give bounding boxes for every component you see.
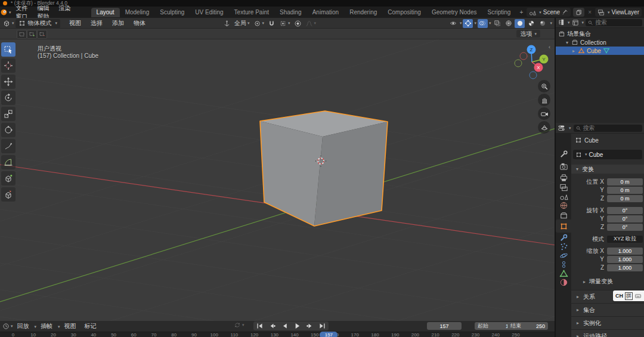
mode-dropdown[interactable]: 物体模式▾ [16, 19, 61, 28]
viewport-menu-1[interactable]: 选择 [86, 19, 107, 27]
workspace-tab-sculpting[interactable]: Sculpting [154, 8, 190, 17]
toggle-ortho-button[interactable] [538, 121, 550, 134]
breadcrumb-object-name[interactable]: Cube [584, 137, 599, 144]
shading-solid-button[interactable] [515, 19, 525, 28]
outliner-search-input[interactable]: 搜索 [586, 19, 642, 26]
workspace-tab-modeling[interactable]: Modeling [120, 8, 155, 17]
outliner-row-collection[interactable]: ▾Collection✓ [556, 38, 644, 47]
chevron-icon[interactable]: ▾ [565, 40, 569, 45]
play-button[interactable] [291, 321, 304, 330]
workspace-tab-rendering[interactable]: Rendering [344, 8, 382, 17]
menu-2[interactable]: 渲染 [54, 5, 76, 11]
delta-transform-subpanel[interactable]: ▸ 增量变换 [571, 277, 644, 286]
value-field[interactable]: 0 m [607, 178, 643, 185]
tool-scale[interactable] [1, 107, 16, 121]
properties-section-3[interactable]: ▸运动路径 [571, 329, 644, 337]
scene-name[interactable]: Scene [543, 9, 560, 16]
properties-tab-output[interactable] [559, 172, 568, 182]
camera-view-button[interactable] [538, 107, 550, 120]
visibility-button[interactable]: ▾ [448, 19, 462, 28]
value-field[interactable]: 0 m [607, 195, 643, 202]
properties-tab-particles[interactable] [559, 242, 568, 251]
transform-panel-header[interactable]: ▾ 变换 [571, 165, 644, 174]
value-field[interactable]: 0° [607, 224, 643, 231]
sidebar-collapse-arrow[interactable]: ‹ [549, 44, 550, 50]
tool-measure[interactable] [1, 155, 16, 169]
jump-start-button[interactable] [253, 321, 266, 330]
xray-button[interactable] [492, 19, 502, 28]
tool-rotate[interactable] [1, 91, 16, 105]
timeline-ruler[interactable]: 0102030405060708090100110120130140150160… [0, 332, 556, 337]
timeline-menu-3[interactable]: 标记 [80, 323, 101, 329]
outliner-editor-type-icon[interactable] [558, 19, 565, 26]
overlays-button[interactable]: ▾ [478, 19, 491, 28]
tool-cursor[interactable] [1, 58, 16, 73]
properties-tab-tool[interactable] [559, 149, 568, 159]
shading-rendered-button[interactable] [537, 19, 547, 28]
value-field[interactable]: 0 m [607, 187, 643, 194]
zoom-button[interactable] [538, 80, 550, 92]
scene-selector[interactable]: ▾ Scene [527, 8, 571, 17]
gizmo-button[interactable]: ▾ [463, 19, 476, 28]
select-extend-button[interactable] [27, 30, 37, 39]
play-reverse-button[interactable] [278, 321, 291, 330]
select-subtract-button[interactable] [37, 30, 47, 39]
3d-viewport[interactable]: 用户透视 (157) Collection | Cube Z Y X ‹ [0, 39, 556, 321]
prev-keyframe-button[interactable] [266, 321, 278, 330]
jump-end-button[interactable] [316, 321, 329, 330]
properties-tab-object-data[interactable] [559, 268, 568, 278]
add-workspace-button[interactable]: + [516, 9, 527, 16]
editor-type-button[interactable]: ▾ [2, 19, 14, 27]
outliner-display-mode-icon[interactable] [572, 19, 579, 26]
navigation-gizmo[interactable]: Z Y X [512, 42, 553, 85]
tool-add-cube[interactable] [1, 171, 16, 185]
tool-add-primitive[interactable] [1, 187, 16, 202]
value-field[interactable]: 1.000 [607, 248, 643, 255]
magnet-button[interactable] [268, 20, 275, 27]
shading-wireframe-button[interactable] [503, 19, 513, 28]
viewlayer-selector[interactable]: ▾ ViewLayer [595, 8, 642, 17]
orientation-dropdown[interactable]: 全局▾ [234, 19, 250, 27]
pan-button[interactable] [538, 94, 550, 106]
tool-move[interactable] [1, 75, 16, 89]
workspace-tab-shading[interactable]: Shading [274, 8, 307, 17]
object-name-field[interactable]: ▾ Cube [573, 150, 642, 159]
properties-tab-view-layer[interactable] [559, 183, 568, 192]
viewlayer-name[interactable]: ViewLayer [611, 9, 639, 16]
value-field[interactable]: 1.000 [607, 264, 643, 271]
sync-button[interactable]: ▾ [234, 321, 244, 329]
timeline-menu-0[interactable]: 回放 [13, 323, 33, 329]
proportional-button[interactable] [294, 20, 302, 27]
properties-tab-physics[interactable] [559, 251, 568, 260]
properties-section-1[interactable]: ▸集合 [571, 303, 644, 316]
shading-material-button[interactable] [526, 19, 536, 28]
workspace-tab-texture-paint[interactable]: Texture Paint [229, 8, 274, 17]
tool-select-box[interactable] [1, 42, 16, 57]
falloff-button[interactable]: ▾ [305, 20, 317, 27]
workspace-tab-uv-editing[interactable]: UV Editing [190, 8, 228, 17]
next-keyframe-button[interactable] [304, 321, 316, 330]
viewport-menu-3[interactable]: 物体 [129, 19, 150, 27]
unlink-scene-button[interactable]: × [587, 9, 593, 16]
select-set-button[interactable] [17, 30, 27, 39]
viewport-menu-2[interactable]: 添加 [108, 19, 128, 27]
workspace-tab-geometry-nodes[interactable]: Geometry Nodes [426, 8, 482, 17]
properties-tab-material[interactable] [559, 277, 568, 287]
pivot-button[interactable]: ▾ [253, 20, 265, 27]
value-field[interactable]: 0° [607, 207, 643, 214]
properties-tab-render[interactable] [559, 162, 568, 171]
properties-tab-world[interactable] [559, 200, 568, 210]
properties-tab-object[interactable] [559, 221, 568, 231]
viewport-menu-0[interactable]: 视图 [65, 19, 85, 27]
value-field[interactable]: 1.000 [607, 256, 643, 263]
playhead[interactable]: 157 [320, 332, 338, 337]
menu-0[interactable]: 文件 [11, 5, 33, 11]
tool-annotate[interactable] [1, 139, 16, 153]
properties-tab-scene[interactable] [559, 191, 568, 201]
workspace-tab-layout[interactable]: Layout [91, 8, 120, 17]
workspace-tab-animation[interactable]: Animation [307, 8, 344, 17]
new-scene-button[interactable] [573, 8, 584, 17]
properties-tab-collection[interactable] [559, 211, 568, 220]
timeline-editor-type-icon[interactable] [2, 323, 10, 330]
value-field[interactable]: 0° [607, 215, 643, 222]
